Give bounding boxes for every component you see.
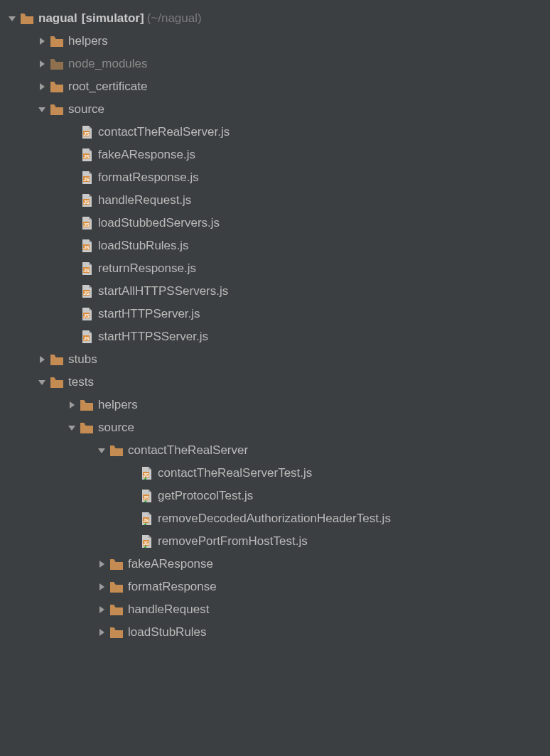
chevron-right-icon[interactable]: [64, 397, 80, 413]
chevron-down-icon[interactable]: [94, 443, 109, 458]
tree-row-file[interactable]: JS startAllHTTPSServers.js: [0, 280, 550, 303]
tree-row-tests-source[interactable]: source: [0, 416, 550, 439]
tree-row-root-certificate[interactable]: root_certificate: [0, 75, 550, 98]
folder-icon: [109, 443, 124, 458]
folder-label: helpers: [98, 398, 138, 412]
file-label: returnResponse.js: [98, 261, 196, 276]
folder-icon: [20, 11, 34, 26]
tree-row-file[interactable]: JS removeDecodedAuthorizationHeaderTest.…: [0, 507, 550, 530]
folder-icon: [109, 625, 124, 639]
root-path: (~/nagual): [147, 11, 202, 26]
svg-text:JS: JS: [83, 313, 90, 318]
chevron-down-icon[interactable]: [64, 420, 80, 436]
svg-text:JS: JS: [143, 472, 149, 477]
project-tree: nagual [simulator] (~/nagual) helpers no…: [0, 0, 550, 644]
tree-row-file[interactable]: JS removePortFromHostTest.js: [0, 530, 550, 553]
tree-row-file[interactable]: JS contactTheRealServerTest.js: [0, 462, 550, 485]
folder-label: formatResponse: [128, 580, 217, 594]
chevron-down-icon[interactable]: [4, 11, 20, 26]
folder-icon: [50, 375, 64, 389]
js-test-file-icon: JS: [139, 489, 153, 503]
tree-row-file[interactable]: JS formatResponse.js: [0, 166, 550, 189]
folder-label: source: [68, 102, 104, 117]
folder-label: stubs: [68, 352, 97, 367]
svg-text:JS: JS: [83, 336, 90, 341]
js-file-icon: JS: [80, 284, 94, 298]
tree-row-folder[interactable]: fakeAResponse: [0, 553, 550, 576]
file-label: formatResponse.js: [98, 171, 199, 185]
folder-label: source: [98, 421, 134, 435]
tree-row-file[interactable]: JS loadStubbedServers.js: [0, 212, 550, 234]
file-label: handleRequest.js: [98, 193, 191, 207]
chevron-right-icon[interactable]: [34, 56, 50, 72]
folder-icon: [50, 57, 64, 71]
file-label: loadStubRules.js: [98, 239, 189, 253]
chevron-down-icon[interactable]: [34, 102, 50, 117]
js-test-file-icon: JS: [139, 534, 153, 549]
tree-row-node-modules[interactable]: node_modules: [0, 53, 550, 75]
folder-icon: [50, 34, 64, 48]
svg-text:JS: JS: [83, 200, 90, 205]
file-label: getProtocolTest.js: [158, 489, 253, 503]
js-file-icon: JS: [80, 330, 94, 344]
svg-text:JS: JS: [143, 541, 149, 546]
file-label: startHTTPServer.js: [98, 307, 200, 321]
tree-row-stubs[interactable]: stubs: [0, 348, 550, 371]
chevron-down-icon[interactable]: [34, 374, 50, 390]
tree-row-helpers[interactable]: helpers: [0, 30, 550, 53]
chevron-right-icon[interactable]: [34, 352, 50, 367]
svg-text:JS: JS: [83, 268, 90, 273]
tree-row-root[interactable]: nagual [simulator] (~/nagual): [0, 7, 550, 30]
folder-icon: [50, 102, 64, 117]
tree-row-folder[interactable]: handleRequest: [0, 598, 550, 621]
chevron-right-icon[interactable]: [94, 556, 109, 572]
folder-icon: [109, 557, 124, 571]
tree-row-tests-helpers[interactable]: helpers: [0, 394, 550, 416]
chevron-right-icon[interactable]: [94, 579, 109, 595]
svg-text:JS: JS: [83, 154, 90, 159]
js-file-icon: JS: [80, 193, 94, 207]
chevron-right-icon[interactable]: [34, 33, 50, 49]
chevron-right-icon[interactable]: [94, 602, 109, 617]
tree-row-file[interactable]: JS startHTTPSServer.js: [0, 325, 550, 348]
root-bracket: [simulator]: [82, 11, 144, 26]
folder-icon: [80, 398, 94, 412]
js-file-icon: JS: [80, 239, 94, 253]
folder-label: node_modules: [68, 57, 148, 71]
js-file-icon: JS: [80, 171, 94, 185]
tree-row-contact-the-real-server[interactable]: contactTheRealServer: [0, 439, 550, 462]
tree-row-file[interactable]: JS returnResponse.js: [0, 257, 550, 280]
file-label: removePortFromHostTest.js: [158, 534, 308, 549]
tree-row-file[interactable]: JS loadStubRules.js: [0, 234, 550, 257]
folder-icon: [80, 421, 94, 435]
root-name: nagual: [38, 11, 77, 26]
file-label: removeDecodedAuthorizationHeaderTest.js: [158, 512, 391, 526]
folder-label: contactTheRealServer: [128, 443, 248, 458]
tree-row-folder[interactable]: formatResponse: [0, 576, 550, 598]
js-file-icon: JS: [80, 216, 94, 230]
tree-row-tests[interactable]: tests: [0, 371, 550, 394]
tree-row-file[interactable]: JS contactTheRealServer.js: [0, 121, 550, 144]
tree-row-file[interactable]: JS fakeAResponse.js: [0, 144, 550, 166]
tree-row-file[interactable]: JS getProtocolTest.js: [0, 485, 550, 507]
folder-icon: [109, 580, 124, 594]
svg-text:JS: JS: [83, 245, 90, 250]
tree-row-folder[interactable]: loadStubRules: [0, 621, 550, 644]
js-file-icon: JS: [80, 307, 94, 321]
svg-text:JS: JS: [83, 177, 90, 182]
file-label: startAllHTTPSServers.js: [98, 284, 228, 298]
tree-row-source[interactable]: source: [0, 98, 550, 121]
folder-icon: [50, 352, 64, 367]
tree-row-file[interactable]: JS handleRequest.js: [0, 189, 550, 212]
svg-text:JS: JS: [83, 291, 90, 296]
tree-row-file[interactable]: JS startHTTPServer.js: [0, 303, 550, 325]
chevron-right-icon[interactable]: [34, 79, 50, 94]
file-label: loadStubbedServers.js: [98, 216, 220, 230]
folder-icon: [50, 80, 64, 94]
chevron-right-icon[interactable]: [94, 625, 109, 640]
file-label: contactTheRealServerTest.js: [158, 466, 312, 480]
file-label: contactTheRealServer.js: [98, 125, 230, 139]
folder-label: root_certificate: [68, 80, 148, 94]
folder-icon: [109, 603, 124, 617]
js-file-icon: JS: [80, 125, 94, 139]
